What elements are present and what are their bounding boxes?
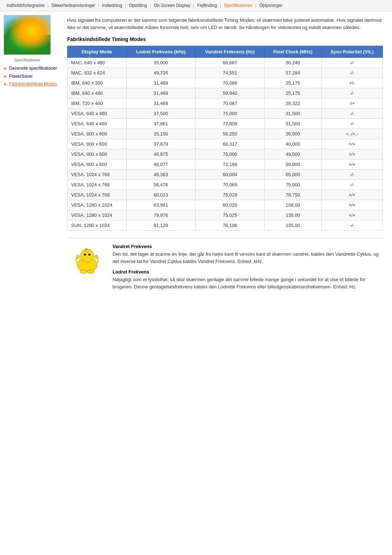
sidebar-item-generelle[interactable]: ► Generelle specifikationer [4,66,62,72]
def-vandret-title: Vandret Frekvens [113,244,383,249]
table-cell: 49,500 [265,149,321,159]
table-cell: VESA, 1024 x 768 [68,170,127,180]
table-cell: 60,004 [195,170,264,180]
nav-item-sikkerhed[interactable]: Sikkerhedsanvisninger [49,2,98,9]
timing-table: Display Mode Lodret Frekvens (kHz) Vandr… [67,46,383,231]
table-cell: 57,284 [265,68,321,78]
svg-text:?: ? [85,247,88,253]
sidebar-label-powersaver: PowerSaver [9,74,33,80]
table-cell: 59,940 [195,88,264,98]
table-cell: VESA, 1024 x 768 [68,190,127,200]
nav-item-opstilling[interactable]: Opstilling [126,2,150,9]
table-cell: 56,250 [195,129,264,139]
definition-vandret: Vandret Frekvens Den tid, det tager at s… [113,244,383,265]
content-area: Hvis signalet fra computeren er det samm… [62,15,388,296]
table-cell: 37,500 [126,109,195,119]
table-cell: 56,476 [126,180,195,190]
table-cell: VESA, 640 x 480 [68,119,127,129]
table-cell: -/- [321,68,383,78]
table-cell: 70,069 [195,180,264,190]
table-cell: VESA, 1280 x 1024 [68,210,127,220]
table-cell: +/+ [321,190,383,200]
table-cell: 75,000 [195,149,264,159]
nav-item-specifikationer[interactable]: Specifikationer [221,2,256,9]
intro-text: Hvis signalet fra computeren er det samm… [67,17,383,31]
table-cell: VESA, 640 x 480 [68,109,127,119]
table-cell: -/+ [321,98,383,109]
table-cell: 74,551 [195,68,264,78]
table-cell: 31,500 [265,109,321,119]
table-cell: -/- [321,119,383,129]
nav-item-oplysninger[interactable]: Oplysninger [256,2,285,9]
section-title: Fabriksindstillede Timing Modes [67,36,383,42]
table-cell: 72,188 [195,159,264,170]
table-cell: 31,500 [265,119,321,129]
table-cell: 31,469 [126,98,195,109]
table-cell: MAC, 832 x 624 [68,68,127,78]
table-cell: -/- [321,220,383,231]
table-cell: 60,023 [126,190,195,200]
table-cell: 70,087 [195,98,264,109]
table-cell: 63,981 [126,200,195,210]
table-row: VESA, 800 x 60037,87960,31740,000+/+ [68,139,383,149]
sidebar-item-powersaver[interactable]: ► PowerSaver [4,74,62,80]
def-vandret-text: Den tid, det tager at scanne én linje, d… [113,251,383,265]
table-cell: 35,000 [126,58,195,68]
table-row: VESA, 640 x 48037,86172,80931,500-/- [68,119,383,129]
table-header-sync: Sync Polaritet (V/L) [321,46,383,58]
nav-item-indledning[interactable]: Indledning [99,2,125,9]
table-cell: +/- [321,78,383,88]
table-cell: +/+ [321,210,383,220]
table-row: VESA, 800 x 60048,07772,18850,000+/+ [68,159,383,170]
def-lodret-title: Lodret Frekvens [113,269,383,275]
sidebar-label: Specifikationer [4,58,51,62]
table-row: IBM, 640 x 35031,46970,08625,175+/- [68,78,383,88]
svg-point-8 [87,270,94,274]
table-cell: 108,00 [265,200,321,210]
main-layout: Specifikationer ► Generelle specifikatio… [0,11,392,300]
sidebar-logo [4,15,51,55]
mascot-icon: ? [67,244,107,276]
table-cell: 81,129 [126,220,195,231]
table-cell: -/- [321,180,383,190]
table-cell: -/- [321,58,383,68]
table-row: VESA, 800 x 60035,15656,25036,000+,-/+,- [68,129,383,139]
navigation-bar: Indholdsfortegnelse | Sikkerhedsanvisnin… [0,0,392,11]
table-header-pixel: Pixel Clock (MHz) [265,46,321,58]
table-cell: VESA, 1024 x 768 [68,180,127,190]
sidebar-item-fabriksindstillede[interactable]: ► Fabriksindstillede Modes [4,81,62,87]
table-cell: 135,00 [265,210,321,220]
table-cell: 60,020 [195,200,264,210]
table-cell: 76,106 [195,220,264,231]
table-row: VESA, 1024 x 76856,47670,06975,000-/- [68,180,383,190]
table-cell: 37,861 [126,119,195,129]
nav-item-onscreen[interactable]: On-Screen Display [151,2,193,9]
table-header-lodret: Lodret Frekvens (kHz) [126,46,195,58]
table-cell: 35,156 [126,129,195,139]
arrow-icon-generelle: ► [4,66,8,70]
table-cell: VESA, 800 x 600 [68,149,127,159]
svg-point-2 [84,254,86,256]
table-cell: 60,317 [195,139,264,149]
table-cell: 30,240 [265,58,321,68]
table-cell: 72,809 [195,119,264,129]
table-cell: 75,000 [195,109,264,119]
arrow-icon-fabriksindstillede: ► [4,82,8,86]
nav-item-fejlfinding[interactable]: Fejlfinding [194,2,220,9]
table-cell: -/- [321,88,383,98]
table-header-vandret: Vandret Frekvens (Hz) [195,46,264,58]
table-cell: 75,025 [195,210,264,220]
info-section: ? Vandret Frekvens Den tid, det tager at… [67,238,383,295]
table-cell: 135,00 [265,220,321,231]
table-cell: VESA, 800 x 600 [68,159,127,170]
table-cell: 75,000 [265,180,321,190]
table-cell: 75,029 [195,190,264,200]
table-cell: 37,879 [126,139,195,149]
table-cell: VESA, 800 x 600 [68,139,127,149]
table-cell: 28,322 [265,98,321,109]
nav-item-indholdsfortegnelse[interactable]: Indholdsfortegnelse [4,2,48,9]
sidebar-label-fabriksindstillede: Fabriksindstillede Modes [9,81,57,87]
table-row: MAC, 832 x 62449,72674,55157,284-/- [68,68,383,78]
table-cell: +/+ [321,149,383,159]
table-cell: 31,469 [126,78,195,88]
